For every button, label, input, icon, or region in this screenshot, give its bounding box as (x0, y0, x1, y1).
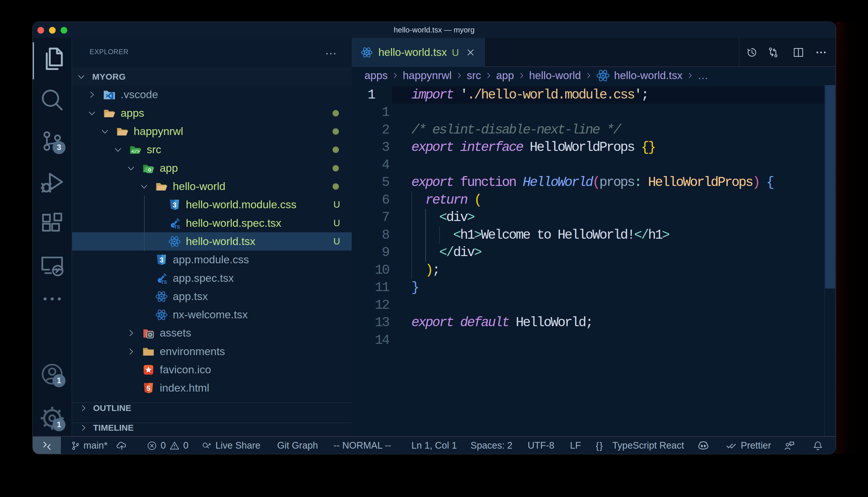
svg-text:</>: </> (132, 149, 140, 154)
svg-text:TS: TS (174, 224, 180, 229)
svg-text:5: 5 (147, 384, 150, 392)
svg-text:3: 3 (160, 256, 163, 264)
svg-text:TS: TS (161, 279, 167, 284)
svg-text:3: 3 (173, 201, 176, 209)
